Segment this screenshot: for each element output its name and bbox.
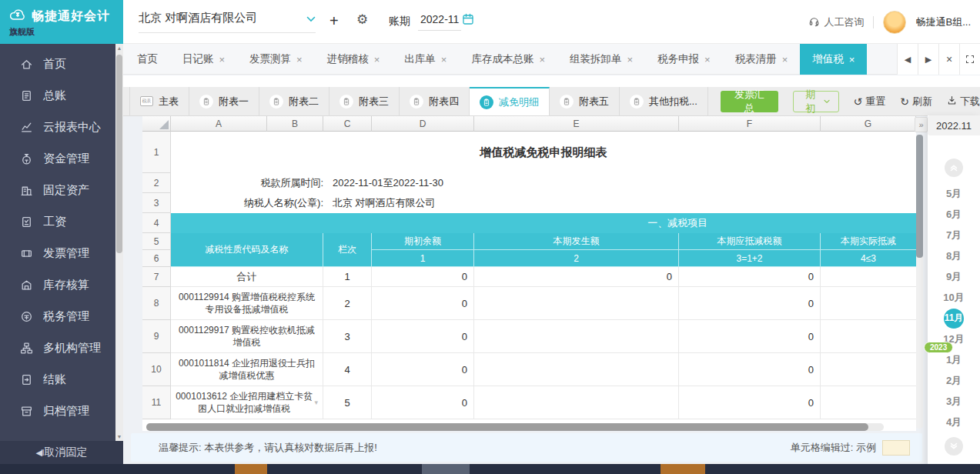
subtab-附表三[interactable]: 附表三 [329, 87, 400, 115]
sidebar-item-多机构管理[interactable]: 多机构管理 [0, 332, 115, 364]
taxpayer-row-label[interactable]: 纳税人名称(公章): [171, 193, 323, 213]
cell-deductible[interactable]: 0 [679, 386, 821, 419]
invoice-summary-button[interactable]: 发票汇总 [721, 91, 778, 112]
current-period-chip[interactable]: 2022.11 [928, 115, 980, 135]
month-item-3月[interactable]: 3月 [928, 391, 980, 412]
vertical-scrollbar[interactable] [916, 135, 923, 429]
cell-current-amount[interactable] [474, 353, 679, 386]
row-number[interactable]: 2 [142, 173, 171, 193]
reset-button[interactable]: ↺ 重置 [854, 95, 886, 108]
column-header-C[interactable]: C [323, 116, 372, 132]
cell-col-no[interactable]: 5 [323, 386, 372, 419]
column-header-G[interactable]: G [821, 116, 916, 132]
tab-close-icon[interactable]: × [539, 54, 545, 65]
avatar[interactable] [883, 11, 906, 34]
row-number[interactable]: 11 [142, 386, 171, 419]
column-header-D[interactable]: D [372, 116, 474, 132]
month-item-9月[interactable]: 9月 [928, 266, 980, 287]
header-actual-no[interactable]: 4≤3 [821, 250, 916, 267]
subtab-附表一[interactable]: 附表一 [189, 87, 259, 115]
row-number[interactable]: 3 [142, 193, 171, 213]
scroll-down-arrow-icon[interactable]: ▼ [115, 434, 123, 439]
tab-税表清册[interactable]: 税表清册× [723, 44, 801, 75]
header-col-no[interactable]: 栏次 [323, 233, 372, 267]
row-number[interactable]: 4 [142, 213, 171, 233]
month-item-11月[interactable]: 11月 [928, 308, 980, 329]
tab-close-icon[interactable]: × [849, 54, 855, 65]
report-title[interactable]: 增值税减免税申报明细表 [171, 132, 916, 173]
tab-scroll-right-button[interactable]: ▶ [918, 44, 938, 75]
header-deductible-no[interactable]: 3=1+2 [679, 250, 821, 267]
cell-col-no[interactable]: 2 [323, 287, 372, 320]
horizontal-scroll-thumb[interactable] [146, 423, 868, 431]
row-number[interactable]: 6 [142, 250, 171, 267]
row-number[interactable]: 8 [142, 287, 171, 320]
sidebar-item-结账[interactable]: 结账 [0, 364, 115, 396]
months-scroll-down-button[interactable] [945, 437, 963, 456]
sidebar-item-首页[interactable]: 首页 [0, 48, 115, 80]
subtab-其他扣税...[interactable]: 其他扣税... [620, 87, 708, 115]
month-item-8月[interactable]: 8月 [928, 245, 980, 266]
cell-name[interactable]: 0001011814 企业招用退役士兵扣减增值税优惠 [171, 353, 323, 386]
tab-组装拆卸单[interactable]: 组装拆卸单× [557, 44, 645, 75]
tab-出库单[interactable]: 出库单× [392, 44, 459, 75]
horizontal-scrollbar[interactable] [146, 423, 884, 431]
row-number[interactable]: 10 [142, 353, 171, 386]
scroll-up-arrow-icon[interactable]: ▲ [115, 45, 123, 51]
month-item-2月[interactable]: 2月 [928, 370, 980, 391]
header-current-amount[interactable]: 本期发生额 [474, 233, 679, 250]
subtab-附表二[interactable]: 附表二 [259, 87, 329, 115]
select-all-corner[interactable] [142, 116, 171, 132]
subtab-减免明细[interactable]: 减免明细 [470, 87, 550, 115]
cell-actual[interactable] [821, 287, 916, 320]
cell-name[interactable]: 合计 [171, 267, 323, 287]
tab-close-icon[interactable]: × [627, 54, 633, 65]
tab-close-icon[interactable]: × [374, 54, 380, 65]
unpin-sidebar-button[interactable]: ◀‖ 取消固定 [0, 441, 123, 464]
consult-link[interactable]: 人工咨询 [808, 15, 864, 29]
month-item-6月[interactable]: 6月 [928, 204, 980, 225]
cell-deductible[interactable]: 0 [679, 320, 821, 353]
sidebar-item-固定资产[interactable]: 固定资产 [0, 175, 115, 206]
expand-right-icon[interactable]: » [915, 117, 928, 132]
vertical-scroll-thumb[interactable] [916, 135, 923, 258]
cell-initial-balance[interactable]: 0 [372, 287, 474, 320]
cell-name[interactable]: 0001013612 企业招用建档立卡贫困人口就业扣减增值税▾ [171, 386, 323, 419]
cell-name[interactable]: 0001129914 购置增值税税控系统专用设备抵减增值税 [171, 287, 323, 320]
sidebar-item-发票管理[interactable]: 发票管理 [0, 238, 115, 269]
sidebar-item-归档管理[interactable]: 归档管理 [0, 396, 115, 427]
month-item-10月[interactable]: 10月 [928, 287, 980, 308]
header-name[interactable]: 减税性质代码及名称 [171, 233, 323, 267]
download-button[interactable]: 下载 [947, 95, 980, 108]
subtab-附表五[interactable]: 附表五 [550, 87, 620, 115]
taxpayer-row-value[interactable]: 北京 对啊酒店有限公司 [323, 193, 916, 213]
tab-发票测算[interactable]: 发票测算× [237, 44, 315, 75]
cell-deductible[interactable]: 0 [679, 353, 821, 386]
month-item-7月[interactable]: 7月 [928, 225, 980, 245]
column-header-E[interactable]: E [474, 116, 679, 132]
sidebar-item-总账[interactable]: 总账 [0, 80, 115, 112]
sidebar-scrollbar[interactable]: ▲ ▼ [115, 44, 123, 441]
row-number[interactable]: 9 [142, 320, 171, 353]
user-name[interactable]: 畅捷通B组... [915, 15, 971, 29]
header-initial-no[interactable]: 1 [372, 250, 474, 267]
month-item-4月[interactable]: 4月 [928, 412, 980, 432]
period-row-label[interactable]: 税款所属时间: [171, 173, 323, 193]
cell-col-no[interactable]: 3 [323, 320, 372, 353]
header-actual[interactable]: 本期实际抵减 [821, 233, 916, 250]
sidebar-item-税务管理[interactable]: 税务管理 [0, 301, 115, 332]
sidebar-item-资金管理[interactable]: 资金管理 [0, 143, 115, 175]
cell-actual[interactable] [821, 386, 916, 419]
months-scroll-up-button[interactable] [945, 159, 963, 177]
tab-增值税[interactable]: 增值税× [800, 44, 867, 75]
sidebar-item-工资[interactable]: 工资 [0, 206, 115, 238]
header-deductible[interactable]: 本期应抵减税额 [679, 233, 821, 250]
subtab-主表[interactable]: 税表主表 [129, 87, 189, 115]
cell-col-no[interactable]: 1 [323, 267, 372, 287]
tab-库存成本总账[interactable]: 库存成本总账× [459, 44, 557, 75]
month-item-1月[interactable]: 20231月 [928, 349, 980, 370]
month-item-5月[interactable]: 5月 [928, 183, 980, 204]
row-number[interactable]: 5 [142, 233, 171, 250]
tab-进销稽核[interactable]: 进销稽核× [315, 44, 393, 75]
sidebar-scroll-thumb[interactable] [116, 55, 122, 253]
